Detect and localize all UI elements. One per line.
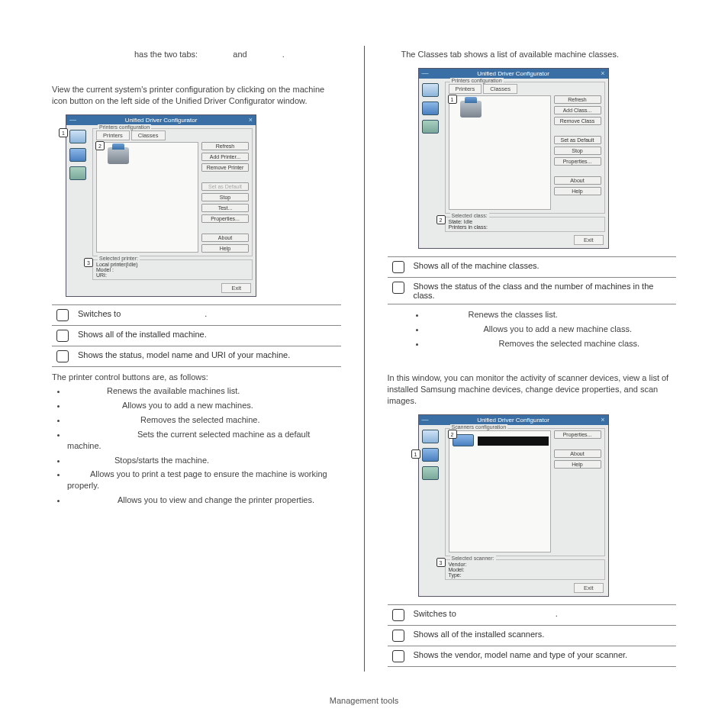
bullet-add: Allows you to add a new machines.: [67, 400, 341, 411]
close-icon[interactable]: ×: [601, 416, 604, 424]
printer-list[interactable]: 2: [96, 142, 198, 253]
dialog-title: Unified Driver Configurator: [125, 117, 198, 124]
callout-1: 1: [448, 95, 457, 104]
about-button[interactable]: About: [201, 234, 249, 242]
selected-l1: Local printer(Idle): [96, 262, 249, 267]
num-1: [56, 309, 69, 321]
scanner-side-icon[interactable]: [422, 101, 439, 115]
scanner-list[interactable]: 2: [449, 430, 551, 552]
printer-icon[interactable]: [422, 430, 439, 443]
callout-3: 3: [84, 258, 93, 267]
tab-classes[interactable]: Classes: [483, 84, 517, 94]
close-icon[interactable]: ×: [249, 116, 253, 124]
remove-class-button[interactable]: Remove Class: [554, 117, 601, 125]
about-button[interactable]: About: [554, 449, 601, 458]
add-printer-button[interactable]: Add Printer...: [201, 153, 249, 161]
row-1: Switches to.: [409, 604, 677, 625]
group-title: Printers configuration: [98, 124, 151, 130]
printer-graphic-icon: [460, 101, 482, 118]
tab-classes[interactable]: Classes: [131, 130, 166, 140]
num-2: [392, 630, 404, 642]
test-button[interactable]: Test...: [201, 204, 249, 212]
bullet-default: Sets the current selected machine as a d…: [67, 429, 341, 452]
row-1: Switches to.: [73, 304, 341, 325]
port-side-icon[interactable]: [69, 166, 86, 180]
dialog-titlebar: — Unified Driver Configurator ×: [66, 115, 256, 125]
bullet-stop: Stops/starts the machine.: [67, 455, 341, 466]
dialog-title: Unified Driver Configurator: [477, 70, 549, 77]
num-3: [392, 650, 404, 662]
bullet-remove: Removes the selected machine class.: [426, 338, 677, 350]
close-icon[interactable]: ×: [601, 69, 604, 77]
exit-button[interactable]: Exit: [221, 283, 251, 293]
minimize-icon[interactable]: —: [422, 69, 429, 77]
about-button[interactable]: About: [554, 176, 601, 185]
help-button[interactable]: Help: [201, 244, 249, 253]
button-column: Properties... About Help: [554, 430, 601, 552]
printer-icon[interactable]: [422, 83, 439, 97]
num-1: [392, 609, 404, 621]
stop-button[interactable]: Stop: [201, 193, 249, 201]
printer-icon[interactable]: [69, 130, 86, 143]
scanners-dialog-screenshot: — Unified Driver Configurator × 1 Scanne…: [418, 414, 663, 597]
bullet-props: Allows you to view and change the printe…: [67, 494, 341, 506]
properties-button[interactable]: Properties...: [554, 430, 601, 439]
scanner-side-icon[interactable]: [69, 148, 86, 162]
refresh-button[interactable]: Refresh: [201, 142, 249, 150]
exit-button[interactable]: Exit: [574, 583, 604, 593]
help-button[interactable]: Help: [554, 460, 601, 469]
dialog-titlebar: — Unified Driver Configurator ×: [419, 69, 608, 79]
selected-l3: Type:: [449, 572, 601, 578]
port-side-icon[interactable]: [422, 466, 439, 480]
bullet-refresh: Renews the available machines list.: [67, 385, 341, 397]
classes-intro: The Classes tab shows a list of availabl…: [401, 49, 677, 60]
group-title: Printers configuration: [450, 78, 504, 83]
callout-2: 2: [95, 141, 105, 150]
heading-printers-tab: [52, 68, 341, 79]
printers-config-group: Printers configuration Printers Classes …: [92, 128, 253, 256]
printer-bullet-list: Renews the available machines list. Allo…: [67, 385, 341, 506]
tab-printers[interactable]: Printers: [449, 84, 482, 94]
selected-title: Selected class:: [450, 213, 489, 218]
selected-class-box: 2 Selected class: State: Idle Printers i…: [445, 217, 605, 232]
selected-title: Selected scanner:: [450, 556, 496, 561]
remove-printer-button[interactable]: Remove Printer: [201, 163, 249, 172]
selected-title: Selected printer:: [98, 256, 140, 261]
row-2: Shows all of the installed scanners.: [409, 625, 677, 646]
selected-l1: Vendor:: [449, 562, 601, 567]
printers-callout-table: Switches to. Shows all of the installed …: [52, 304, 341, 367]
text: and: [233, 50, 246, 59]
minimize-icon[interactable]: —: [69, 116, 76, 124]
exit-button[interactable]: Exit: [574, 235, 604, 245]
scanner-bar: [478, 436, 549, 446]
scanners-config-group: Scanners configuration 2: [445, 428, 605, 556]
left-column: has the two tabs: and . View the current…: [52, 46, 341, 672]
dialog-titlebar: — Unified Driver Configurator ×: [419, 415, 608, 425]
printer-graphic-icon: [108, 147, 129, 164]
row-3: Shows the status, model name and URI of …: [73, 346, 341, 366]
dialog-sidebar: 1: [420, 427, 440, 594]
add-class-button[interactable]: Add Class...: [554, 106, 601, 114]
page: has the two tabs: and . View the current…: [0, 0, 728, 687]
refresh-button[interactable]: Refresh: [554, 95, 601, 104]
tab-printers[interactable]: Printers: [96, 130, 130, 140]
help-button[interactable]: Help: [554, 187, 601, 195]
group-title: Scanners configuration: [450, 424, 508, 430]
selected-l1: State: Idle: [449, 219, 601, 224]
minimize-icon[interactable]: —: [422, 416, 429, 424]
class-list[interactable]: 1: [449, 95, 551, 210]
set-default-button[interactable]: Set as Default: [201, 182, 249, 191]
column-divider: [364, 46, 365, 672]
text: has the two tabs:: [134, 50, 198, 59]
callout-2: 2: [436, 215, 446, 224]
stop-button[interactable]: Stop: [554, 147, 601, 155]
port-side-icon[interactable]: [422, 120, 439, 134]
properties-button[interactable]: Properties...: [201, 214, 249, 223]
scanner-side-icon[interactable]: [422, 448, 439, 462]
button-column: Refresh Add Class... Remove Class Set as…: [554, 95, 601, 210]
row-2: Shows the status of the class and the nu…: [409, 277, 677, 304]
properties-button[interactable]: Properties...: [554, 157, 601, 166]
bullet-add: Allows you to add a new machine class.: [426, 324, 677, 335]
intro-line: has the two tabs: and .: [134, 49, 341, 60]
set-default-button[interactable]: Set as Default: [554, 136, 601, 144]
